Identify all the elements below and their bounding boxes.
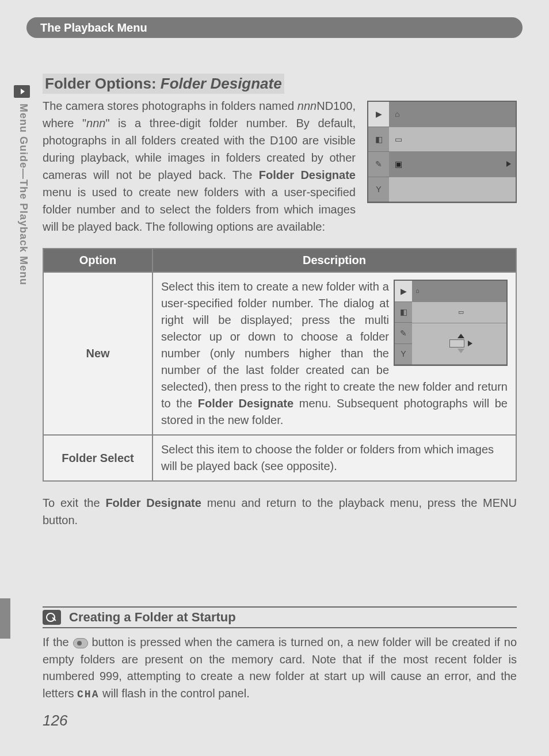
- tip-body: If the button is pressed when the camera…: [43, 634, 517, 702]
- menu-right-rows: ⌂ ▭ ▣: [389, 102, 516, 202]
- up-arrow-icon: [458, 334, 464, 338]
- intro-nnn-2: nnn: [86, 117, 105, 129]
- menu-row-2: ▭: [389, 127, 516, 152]
- mini-tab-wrench-icon: Y: [395, 344, 412, 365]
- intro-bold: Folder Designate: [259, 169, 356, 181]
- page-header-bar: The Playback Menu: [26, 17, 523, 38]
- mini-tab-playback-icon: ▶: [395, 281, 412, 302]
- exit-3: button.: [43, 514, 78, 526]
- key-button-icon: [73, 638, 88, 648]
- exit-2: menu and return to the playback menu, pr…: [201, 497, 483, 509]
- camera-menu-screenshot-new: ▶ ◧ ✎ Y ⌂ ▭: [394, 280, 508, 366]
- menu-row-selected: ▣: [389, 152, 516, 177]
- option-folder-select-desc: Select this item to choose the folder or…: [152, 435, 516, 481]
- tab-playback-icon: ▶: [368, 102, 389, 127]
- nav-arrows: [449, 334, 472, 353]
- table-row-folder-select: Folder Select Select this item to choose…: [43, 435, 516, 481]
- right-arrow-icon: [468, 341, 472, 346]
- section-title-prefix: Folder Options:: [45, 75, 161, 92]
- page-header-title: The Playback Menu: [40, 21, 147, 35]
- mini-row-1: ⌂: [412, 281, 506, 302]
- intro-block: The camera stores photographs in folders…: [43, 97, 517, 235]
- section-title: Folder Options: Folder Designate: [43, 74, 284, 94]
- camera-menu-screenshot-main: ▶ ◧ ✎ Y ⌂ ▭ ▣: [367, 101, 517, 203]
- mini-tab-camera-icon: ◧: [395, 302, 412, 323]
- new-desc-bold: Folder Designate: [198, 397, 293, 410]
- intro-part-4: menu is used to create new folders with …: [43, 186, 356, 233]
- intro-part-1: The camera stores photographs in folders…: [43, 100, 298, 112]
- intro-nnn-1: nnn: [298, 100, 317, 112]
- exit-1: To exit the: [43, 497, 105, 509]
- number-field-icon: [449, 339, 464, 348]
- menu-row-1: ⌂: [389, 102, 516, 127]
- table-row-new: New ▶ ◧ ✎ Y ⌂ ▭: [43, 272, 516, 435]
- option-folder-select-label: Folder Select: [43, 435, 152, 481]
- tab-camera-icon: ◧: [368, 127, 389, 152]
- section-title-em: Folder Designate: [161, 75, 282, 92]
- exit-bold: Folder Designate: [105, 497, 201, 509]
- col-option: Option: [43, 249, 152, 272]
- left-margin-bar: [0, 598, 10, 639]
- menu-left-tabs: ▶ ◧ ✎ Y: [368, 102, 389, 202]
- tab-pencil-icon: ✎: [368, 152, 389, 177]
- options-table: Option Description New ▶ ◧ ✎ Y: [43, 248, 517, 482]
- mini-row-nav: [412, 323, 506, 365]
- option-new-label: New: [43, 272, 152, 435]
- page-number: 126: [43, 712, 67, 730]
- option-new-desc: ▶ ◧ ✎ Y ⌂ ▭: [152, 272, 516, 435]
- mini-row-2: ▭: [412, 302, 506, 323]
- tab-wrench-icon: Y: [368, 177, 389, 203]
- down-arrow-icon: [458, 349, 464, 353]
- exit-menu-word: MENU: [483, 497, 517, 509]
- playback-section-icon: [14, 85, 30, 98]
- intro-text: The camera stores photographs in folders…: [43, 97, 356, 235]
- exit-text: To exit the Folder Designate menu and re…: [43, 494, 517, 529]
- col-description: Description: [152, 249, 516, 272]
- mini-tab-pencil-icon: ✎: [395, 323, 412, 344]
- tip-b1: If the: [43, 636, 73, 648]
- main-content: Folder Options: Folder Designate The cam…: [43, 74, 517, 529]
- tip-seg-letters: CHA: [77, 689, 99, 700]
- tip-b3: will flash in the control panel.: [99, 687, 249, 700]
- tip-header: Creating a Folder at Startup: [43, 606, 517, 628]
- side-section-label: Menu Guide—The Playback Menu: [17, 104, 29, 285]
- magnifier-icon: [43, 610, 61, 625]
- tip-title: Creating a Folder at Startup: [69, 610, 236, 625]
- menu-row-4: [389, 177, 516, 203]
- tip-section: Creating a Folder at Startup If the butt…: [43, 606, 517, 702]
